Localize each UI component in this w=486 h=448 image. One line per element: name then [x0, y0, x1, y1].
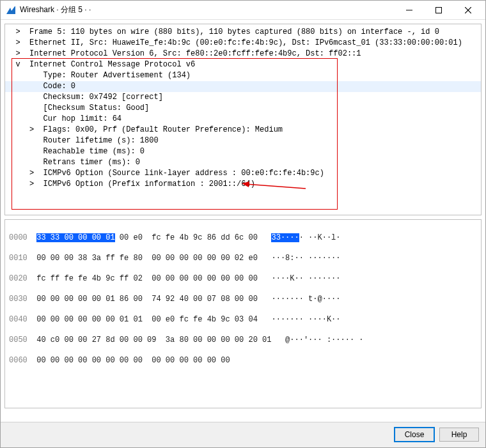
app-icon	[6, 5, 16, 15]
close-window-button[interactable]	[453, 1, 483, 20]
tree-row[interactable]: [Checksum Status: Good]	[6, 103, 480, 114]
titlebar: Wireshark · 分组 5 · ·	[1, 1, 485, 20]
tree-row[interactable]: Router lifetime (s): 1800	[6, 135, 480, 146]
close-button[interactable]: Close	[395, 428, 434, 442]
content-area: > Frame 5: 110 bytes on wire (880 bits),…	[1, 20, 485, 422]
hex-row[interactable]: 0020 fc ff fe fe 4b 9c ff 02 00 00 00 00…	[9, 274, 477, 284]
help-button[interactable]: Help	[439, 428, 479, 442]
window-controls	[395, 1, 483, 20]
maximize-button[interactable]	[424, 1, 453, 20]
tree-row[interactable]: > Frame 5: 110 bytes on wire (880 bits),…	[6, 27, 480, 38]
tree-row[interactable]: > Ethernet II, Src: HuaweiTe_fe:4b:9c (0…	[6, 38, 480, 49]
tree-row[interactable]: Checksum: 0x7492 [correct]	[6, 92, 480, 103]
minimize-button[interactable]	[395, 1, 424, 20]
tree-row[interactable]: Reachable time (ms): 0	[6, 146, 480, 157]
tree-row[interactable]: > ICMPv6 Option (Prefix information : 20…	[6, 179, 480, 190]
packet-details-tree[interactable]: > Frame 5: 110 bytes on wire (880 bits),…	[4, 24, 482, 215]
tree-row[interactable]: > Flags: 0x00, Prf (Default Router Prefe…	[6, 125, 480, 135]
tree-row-selected[interactable]: Code: 0	[5, 81, 481, 92]
hex-row[interactable]: 0030 00 00 00 00 00 01 86 00 74 92 40 00…	[9, 294, 477, 304]
hex-row[interactable]: 0040 00 00 00 00 00 00 01 01 00 e0 fc fe…	[9, 314, 477, 325]
tree-row[interactable]: Retrans timer (ms): 0	[6, 157, 480, 168]
dialog-footer: Close Help	[1, 422, 485, 447]
hex-row[interactable]: 0050 40 c0 00 00 27 8d 00 00 09 3a 80 00…	[9, 335, 477, 345]
tree-row[interactable]: Type: Router Advertisement (134)	[6, 70, 480, 81]
hex-row[interactable]: 0010 00 00 00 38 3a ff fe 80 00 00 00 00…	[9, 253, 477, 263]
tree-row[interactable]: > ICMPv6 Option (Source link-layer addre…	[6, 168, 480, 179]
hex-row[interactable]: 0000 33 33 00 00 00 01 00 e0 fc fe 4b 9c…	[9, 233, 477, 243]
window-title: Wireshark · 分组 5 · ·	[20, 4, 395, 15]
tree-row[interactable]: Cur hop limit: 64	[6, 114, 480, 125]
tree-row[interactable]: > Internet Protocol Version 6, Src: fe80…	[6, 49, 480, 59]
tree-row[interactable]: v Internet Control Message Protocol v6	[6, 59, 480, 70]
hex-dump-pane[interactable]: 0000 33 33 00 00 00 01 00 e0 fc fe 4b 9c…	[4, 219, 482, 408]
svg-rect-1	[436, 7, 442, 13]
hex-row[interactable]: 0060 00 00 00 00 00 00 00 00 00 00 00 00…	[9, 355, 477, 366]
